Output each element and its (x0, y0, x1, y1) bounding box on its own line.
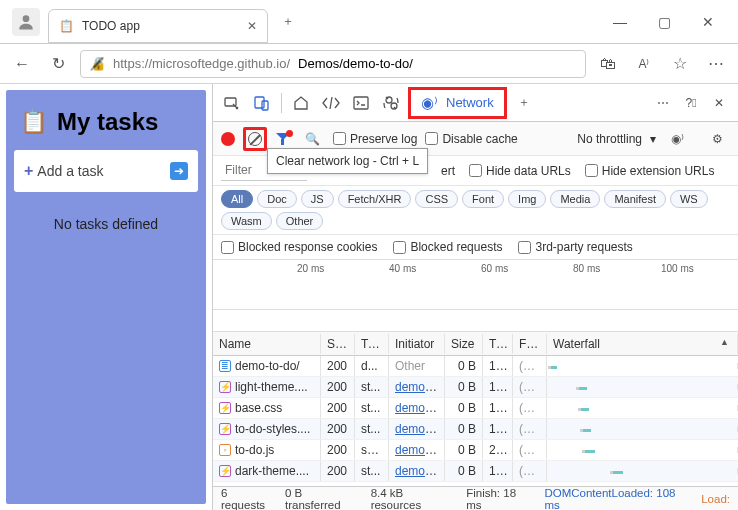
table-row[interactable]: ≣demo-to-do/200d...Other0 B1 ...(di... (213, 356, 738, 377)
app-heading: 📋My tasks (14, 104, 198, 150)
hide-data-urls-checkbox[interactable]: Hide data URLs (469, 164, 571, 178)
throttling-select[interactable]: No throttling (577, 132, 642, 146)
network-settings-icon[interactable]: ⚙ (704, 127, 730, 151)
table-row[interactable]: ⚡base.css200st...demo-...0 B1 ...(di... (213, 398, 738, 419)
timeline-overview[interactable]: 20 ms 40 ms 60 ms 80 ms 100 ms (213, 260, 738, 310)
type-chip-wasm[interactable]: Wasm (221, 212, 272, 230)
device-toggle-icon[interactable] (249, 91, 275, 115)
new-tab-button[interactable]: ＋ (274, 8, 302, 36)
type-chip-manifest[interactable]: Manifest (604, 190, 666, 208)
more-tabs-button[interactable]: ＋ (511, 91, 537, 115)
filter-toggle-icon[interactable] (275, 131, 291, 147)
inspect-icon[interactable] (219, 91, 245, 115)
blocked-cookies-checkbox[interactable]: Blocked response cookies (221, 240, 377, 254)
submit-arrow-icon[interactable]: ➜ (170, 162, 188, 180)
type-chip-media[interactable]: Media (550, 190, 600, 208)
help-icon[interactable]: ?⃝ (678, 91, 704, 115)
type-chip-ws[interactable]: WS (670, 190, 708, 208)
file-css-icon: ⚡ (219, 423, 231, 435)
requests-table-header[interactable]: Name St... Ty... Initiator Size Ti... Fu… (213, 332, 738, 356)
browser-tab-strip: 📋 TODO app ✕ ＋ ― ▢ ✕ (0, 0, 738, 44)
favorite-icon[interactable]: ☆ (666, 50, 694, 78)
devtools-close-icon[interactable]: ✕ (706, 91, 732, 115)
network-conditions-icon[interactable]: ◉⁾ (664, 127, 690, 151)
maximize-icon[interactable]: ▢ (650, 14, 678, 30)
table-row[interactable]: ⚡dark-theme....200st...demo-...0 B1 ...(… (213, 461, 738, 482)
url-path: Demos/demo-to-do/ (298, 56, 413, 71)
profile-avatar[interactable] (12, 8, 40, 36)
more-icon[interactable]: ⋯ (702, 50, 730, 78)
file-css-icon: ⚡ (219, 465, 231, 477)
elements-tab-icon[interactable] (318, 91, 344, 115)
minimize-icon[interactable]: ― (606, 14, 634, 30)
type-chip-img[interactable]: Img (508, 190, 546, 208)
tab-network[interactable]: ◉⁾ Network (408, 87, 507, 119)
file-css-icon: ⚡ (219, 402, 231, 414)
console-tab-icon[interactable] (348, 91, 374, 115)
address-bar-row: ← ↻ 🔏 https://microsoftedge.github.io/De… (0, 44, 738, 84)
shopping-icon[interactable]: 🛍 (594, 50, 622, 78)
file-css-icon: ⚡ (219, 381, 231, 393)
disable-cache-checkbox[interactable]: Disable cache (425, 132, 517, 146)
svg-rect-3 (262, 101, 268, 110)
add-task-input[interactable]: + Add a task ➜ (14, 150, 198, 192)
back-button[interactable]: ← (8, 50, 36, 78)
type-chip-css[interactable]: CSS (415, 190, 458, 208)
requests-table-body: ≣demo-to-do/200d...Other0 B1 ...(di...⚡l… (213, 356, 738, 482)
window-controls: ― ▢ ✕ (606, 14, 734, 30)
url-prefix: https://microsoftedge.github.io/ (113, 56, 290, 71)
type-chip-fetch-xhr[interactable]: Fetch/XHR (338, 190, 412, 208)
clipboard-icon: 📋 (20, 109, 47, 135)
clear-tooltip: Clear network log - Ctrl + L (267, 148, 428, 174)
hide-ext-urls-checkbox[interactable]: Hide extension URLs (585, 164, 715, 178)
sources-tab-icon[interactable] (378, 91, 404, 115)
welcome-tab-icon[interactable] (288, 91, 314, 115)
blocked-requests-checkbox[interactable]: Blocked requests (393, 240, 502, 254)
svg-point-6 (391, 103, 397, 109)
file-doc-icon: ≣ (219, 360, 231, 372)
resource-type-filters: AllDocJSFetch/XHRCSSFontImgMediaManifest… (213, 186, 738, 235)
type-chip-all[interactable]: All (221, 190, 253, 208)
address-bar[interactable]: 🔏 https://microsoftedge.github.io/Demos/… (80, 50, 586, 78)
search-icon[interactable]: 🔍 (299, 127, 325, 151)
type-chip-doc[interactable]: Doc (257, 190, 297, 208)
plus-icon: + (24, 162, 33, 180)
clear-log-button[interactable] (243, 127, 267, 151)
thirdparty-checkbox[interactable]: 3rd-party requests (518, 240, 632, 254)
devtools-more-icon[interactable]: ⋯ (650, 91, 676, 115)
type-chip-font[interactable]: Font (462, 190, 504, 208)
read-aloud-icon[interactable]: A⁾ (630, 50, 658, 78)
table-row[interactable]: ⚡light-theme....200st...demo-...0 B1 ...… (213, 377, 738, 398)
network-status-bar: 6 requests 0 B transferred 8.4 kB resour… (213, 486, 738, 510)
preserve-log-checkbox[interactable]: Preserve log (333, 132, 417, 146)
svg-rect-4 (354, 97, 368, 109)
type-chip-other[interactable]: Other (276, 212, 324, 230)
todo-app: 📋My tasks + Add a task ➜ No tasks define… (6, 90, 206, 504)
browser-tab[interactable]: 📋 TODO app ✕ (48, 9, 268, 43)
network-toolbar: Clear network log - Ctrl + L 🔍 Preserve … (213, 122, 738, 156)
file-js-icon: ◦ (219, 444, 231, 456)
empty-state: No tasks defined (14, 216, 198, 232)
devtools-panel: ◉⁾ Network ＋ ⋯ ?⃝ ✕ Clear network log - … (212, 84, 738, 510)
throttling-caret-icon[interactable]: ▾ (650, 132, 656, 146)
record-button[interactable] (221, 132, 235, 146)
favicon-icon: 📋 (59, 19, 74, 33)
network-icon: ◉⁾ (421, 94, 438, 112)
close-window-icon[interactable]: ✕ (694, 14, 722, 30)
tab-title: TODO app (82, 19, 239, 33)
table-row[interactable]: ◦to-do.js200sc...demo-...0 B2 ...(di... (213, 440, 738, 461)
devtools-tabbar: ◉⁾ Network ＋ ⋯ ?⃝ ✕ (213, 84, 738, 122)
type-chip-js[interactable]: JS (301, 190, 334, 208)
add-task-label: Add a task (37, 163, 103, 179)
invert-cut: ert (441, 164, 455, 178)
site-info-icon[interactable]: 🔏 (89, 56, 105, 71)
svg-point-0 (23, 15, 30, 22)
table-row[interactable]: ⚡to-do-styles....200st...demo-...0 B1 ..… (213, 419, 738, 440)
blocked-row: Blocked response cookies Blocked request… (213, 235, 738, 260)
tab-close-icon[interactable]: ✕ (247, 19, 257, 33)
refresh-button[interactable]: ↻ (44, 50, 72, 78)
